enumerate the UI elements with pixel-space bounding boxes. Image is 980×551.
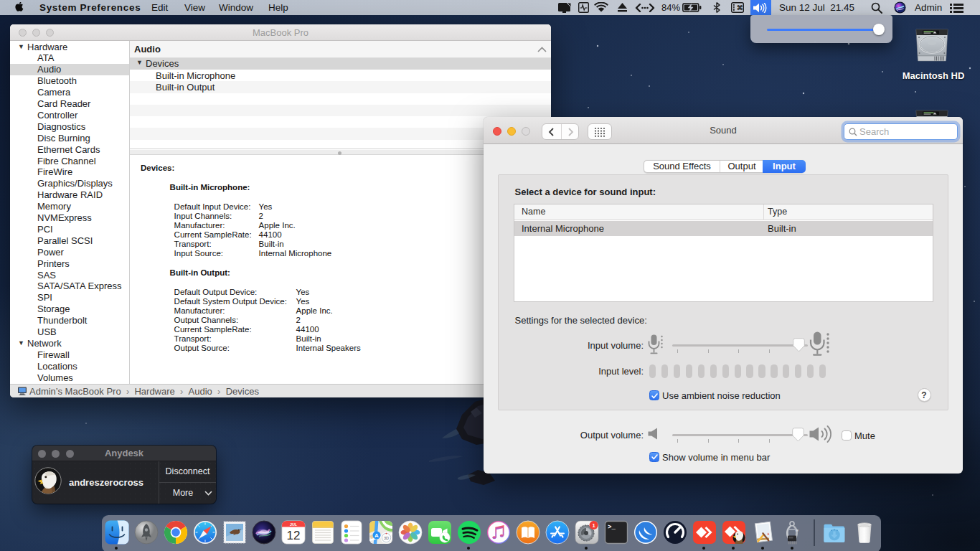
- svg-text:>_: >_: [608, 524, 616, 531]
- svg-text:▮▮: ▮▮: [796, 529, 798, 532]
- svg-text:A: A: [375, 532, 380, 539]
- svg-text:3D: 3D: [384, 536, 389, 540]
- svg-text:1: 1: [592, 522, 595, 529]
- svg-text:⌘: ⌘: [737, 4, 743, 11]
- svg-text:12: 12: [286, 529, 300, 542]
- svg-text:JUL: JUL: [290, 522, 298, 527]
